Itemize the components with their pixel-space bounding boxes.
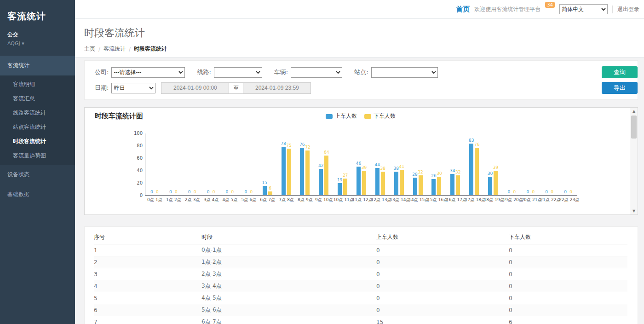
notification-badge[interactable]: 34 bbox=[545, 2, 555, 8]
sidebar-item[interactable]: 线路客流统计 bbox=[0, 106, 75, 120]
sidebar-section[interactable]: 基础数据 bbox=[0, 185, 75, 204]
bar-value-label: 27 bbox=[340, 173, 351, 178]
bar-alighting bbox=[400, 170, 404, 195]
date-to-input[interactable] bbox=[243, 82, 311, 94]
legend-item[interactable]: 上车人数 bbox=[326, 112, 357, 120]
table-cell: 3 bbox=[94, 271, 201, 278]
x-tick-label: 12点-13点 bbox=[371, 197, 390, 203]
sidebar-item[interactable]: 客流明细 bbox=[0, 77, 75, 92]
x-tick-label: 6点-7点 bbox=[258, 197, 277, 203]
table-cell: 0 bbox=[376, 283, 509, 289]
legend-label: 下车人数 bbox=[374, 112, 396, 120]
legend-swatch-icon bbox=[326, 114, 333, 119]
bar-alighting bbox=[494, 171, 498, 195]
x-tick-label: 13点-14点 bbox=[390, 197, 408, 203]
company-select[interactable]: ---请选择--- bbox=[111, 67, 185, 78]
date-range-separator: 至 bbox=[229, 82, 243, 94]
legend-label: 上车人数 bbox=[335, 112, 357, 120]
station-label: 站点: bbox=[354, 68, 368, 76]
table-cell: 5 bbox=[94, 295, 201, 301]
x-tick-label: 8点-9点 bbox=[296, 197, 315, 203]
table-row[interactable]: 76点-7点156 bbox=[94, 316, 627, 324]
bar-group: 283214点-15点 bbox=[408, 133, 427, 195]
x-tick-label: 2点-3点 bbox=[183, 197, 202, 203]
table-row[interactable]: 32点-3点00 bbox=[94, 268, 627, 280]
table-row[interactable]: 21点-2点00 bbox=[94, 256, 627, 268]
bar-group: 263015点-16点 bbox=[427, 133, 446, 195]
bar-value-label: 39 bbox=[490, 165, 501, 170]
table-cell: 0 bbox=[376, 295, 509, 301]
bar-group: 0021点-22点 bbox=[540, 133, 559, 195]
breadcrumb-item[interactable]: 时段客流统计 bbox=[134, 45, 167, 53]
scroll-up-icon[interactable]: ▲ bbox=[630, 109, 638, 113]
x-tick-label: 1点-2点 bbox=[164, 197, 183, 203]
table-cell: 7 bbox=[94, 319, 201, 324]
x-tick-label: 18点-19点 bbox=[484, 197, 503, 203]
sidebar-section[interactable]: 客流统计 bbox=[0, 56, 75, 75]
sidebar-user-name: AQGJ bbox=[7, 40, 20, 46]
page-title: 时段客流统计 bbox=[84, 26, 644, 40]
table-header-cell: 上车人数 bbox=[376, 233, 509, 241]
sidebar-submenu: 客流明细客流汇总线路客流统计站点客流统计时段客流统计客流量趋势图 bbox=[0, 75, 75, 165]
query-button[interactable]: 查询 bbox=[602, 66, 638, 78]
date-preset-select[interactable]: 昨日 bbox=[111, 83, 155, 93]
chart-scrollbar[interactable]: ▲ ▼ bbox=[630, 108, 638, 214]
line-select[interactable] bbox=[214, 67, 262, 78]
language-select[interactable]: 简体中文 bbox=[559, 4, 608, 14]
date-from-input[interactable] bbox=[161, 82, 229, 94]
bar-boarding bbox=[450, 174, 454, 195]
bar-value-label: 30 bbox=[434, 171, 445, 176]
table-cell: 3点-4点 bbox=[201, 282, 376, 290]
bar-group: 192710点-11点 bbox=[334, 133, 352, 195]
line-label: 线路: bbox=[197, 68, 211, 76]
sidebar-user-dropdown[interactable]: AQGJ ▾ bbox=[0, 40, 75, 56]
sidebar-item[interactable]: 客流汇总 bbox=[0, 92, 75, 106]
y-tick-label: 60 bbox=[125, 156, 143, 161]
station-select[interactable] bbox=[371, 67, 438, 78]
company-label: 公司: bbox=[95, 68, 109, 76]
bar-value-label: 15 bbox=[259, 180, 270, 185]
logout-link[interactable]: 退出登录 bbox=[612, 6, 639, 13]
breadcrumb-item[interactable]: 主页 bbox=[84, 45, 95, 53]
table-row[interactable]: 65点-6点00 bbox=[94, 304, 627, 316]
scrollbar-thumb[interactable] bbox=[631, 116, 637, 139]
table-cell: 6点-7点 bbox=[201, 318, 376, 324]
export-button[interactable]: 导出 bbox=[602, 82, 638, 94]
bar-group: 303918点-19点 bbox=[484, 133, 503, 195]
sidebar-item[interactable]: 客流量趋势图 bbox=[0, 149, 75, 163]
bar-boarding bbox=[394, 172, 398, 195]
legend-item[interactable]: 下车人数 bbox=[364, 112, 396, 120]
bar-value-label: 0 bbox=[227, 190, 238, 194]
bar-group: 0020点-21点 bbox=[521, 133, 540, 195]
table-row[interactable]: 54点-5点00 bbox=[94, 292, 627, 304]
table-row[interactable]: 43点-4点00 bbox=[94, 280, 627, 292]
y-tick-label: 80 bbox=[125, 143, 143, 148]
sidebar-section[interactable]: 设备状态 bbox=[0, 165, 75, 185]
bar-boarding bbox=[413, 178, 417, 195]
chart-legend: 上车人数下车人数 bbox=[144, 112, 577, 120]
chart-plot: 020406080100000点-1点001点-2点002点-3点003点-4点… bbox=[145, 133, 577, 196]
bar-group: 343216点-17点 bbox=[446, 133, 465, 195]
bar-boarding bbox=[319, 169, 323, 195]
x-tick-label: 20点-21点 bbox=[521, 197, 540, 203]
bar-alighting bbox=[419, 175, 423, 195]
breadcrumb-item[interactable]: 客流统计 bbox=[104, 45, 126, 53]
vehicle-select[interactable] bbox=[291, 67, 342, 78]
bar-value-label: 6 bbox=[264, 186, 276, 191]
x-tick-label: 3点-4点 bbox=[202, 197, 221, 203]
table-cell: 0 bbox=[509, 259, 627, 266]
table-row[interactable]: 10点-1点00 bbox=[94, 244, 627, 256]
bar-alighting bbox=[362, 171, 366, 195]
bar-alighting bbox=[305, 150, 310, 195]
chart-panel: 时段车流统计图 上车人数下车人数 020406080100000点-1点001点… bbox=[84, 107, 638, 215]
table-header-cell: 下车人数 bbox=[509, 233, 627, 241]
bar-alighting bbox=[381, 172, 385, 195]
date-filter: 日期: 昨日 bbox=[95, 83, 155, 93]
bar-boarding bbox=[282, 147, 286, 195]
home-link[interactable]: 首页 bbox=[456, 5, 470, 14]
bar-boarding bbox=[469, 144, 473, 195]
table-cell: 0 bbox=[376, 259, 509, 266]
sidebar-item[interactable]: 站点客流统计 bbox=[0, 120, 75, 134]
sidebar-item[interactable]: 时段客流统计 bbox=[0, 134, 75, 149]
scroll-down-icon[interactable]: ▼ bbox=[630, 209, 638, 213]
